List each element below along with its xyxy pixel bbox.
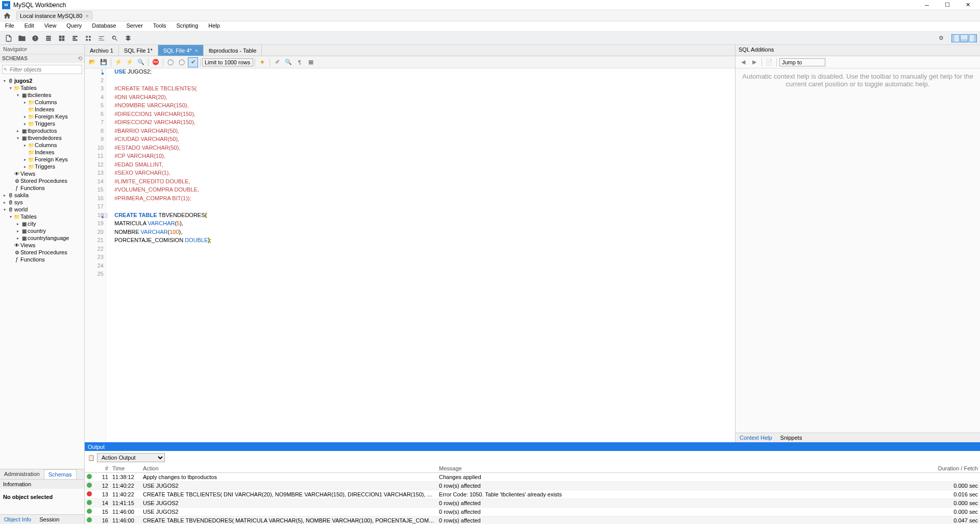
wrap-icon[interactable]: ¶ [295, 57, 305, 67]
jump-to-select[interactable]: Jump to [779, 58, 825, 66]
minimize-button[interactable]: ─ [917, 0, 937, 10]
close-icon[interactable]: × [85, 13, 88, 19]
tree-node[interactable]: 📁 Indexes [1, 106, 83, 113]
tree-node[interactable]: ▸ ▦ city [1, 220, 83, 227]
tree-arrow-icon[interactable]: ▸ [22, 100, 28, 105]
tree-node[interactable]: ▾ 📁 Tables [1, 213, 83, 220]
tree-node[interactable]: ▸ 📁 Foreign Keys [1, 156, 83, 163]
rollback-icon[interactable]: ◯ [177, 57, 187, 67]
tree-node[interactable]: ƒ Functions [1, 184, 83, 192]
tool-icon-7[interactable] [122, 33, 134, 44]
tool-icon-1[interactable] [43, 33, 54, 44]
editor-tab[interactable]: tbproductos - Table [204, 45, 262, 56]
menu-tools[interactable]: Tools [148, 21, 172, 31]
tree-node[interactable]: ▸ ▦ countrylanguage [1, 234, 83, 242]
tree-arrow-icon[interactable]: ▾ [8, 86, 13, 90]
favorites-icon[interactable]: ★ [257, 57, 267, 67]
tool-icon-4[interactable] [83, 33, 94, 44]
menu-file[interactable]: File [0, 21, 19, 31]
tab-administration[interactable]: Administration [0, 469, 44, 479]
tree-arrow-icon[interactable]: ▾ [2, 207, 7, 212]
menu-query[interactable]: Query [61, 21, 87, 31]
refresh-icon[interactable]: ⟲ [78, 55, 82, 62]
new-sql-tab-icon[interactable] [3, 33, 14, 44]
filter-objects[interactable] [2, 65, 82, 74]
open-file-icon[interactable]: 📂 [87, 57, 97, 67]
form-icon[interactable]: ▦ [306, 57, 316, 67]
tree-arrow-icon[interactable]: ▸ [15, 236, 20, 241]
open-sql-icon[interactable] [16, 33, 28, 44]
output-row[interactable]: 16 11:46:00 CREATE TABLE TBVENDEDORES( M… [85, 516, 980, 525]
execute-icon[interactable]: ⚡ [113, 57, 124, 67]
save-file-icon[interactable]: 💾 [99, 57, 109, 67]
tree-arrow-icon[interactable]: ▾ [15, 136, 20, 140]
tree-node[interactable]: ▸ 📁 Columns [1, 99, 83, 106]
tree-arrow-icon[interactable]: ▸ [22, 164, 28, 169]
home-icon[interactable] [0, 10, 14, 21]
search-icon[interactable]: 🔍 [283, 57, 293, 67]
tab-schemas[interactable]: Schemas [44, 469, 77, 479]
inspector-icon[interactable] [30, 33, 41, 44]
menu-help[interactable]: Help [203, 21, 225, 31]
tree-node[interactable]: ▸ 📁 Foreign Keys [1, 113, 83, 120]
prev-icon[interactable]: ◀ [738, 57, 748, 67]
tree-arrow-icon[interactable]: ▾ [2, 79, 7, 83]
menu-scripting[interactable]: Scripting [172, 21, 204, 31]
output-row[interactable]: 13 11:40:22 CREATE TABLE TBCLIENTES( DNI… [85, 490, 980, 499]
tool-icon-2[interactable] [56, 33, 67, 44]
tab-context-help[interactable]: Context Help [736, 433, 776, 442]
tool-icon-3[interactable] [69, 33, 81, 44]
tab-object-info[interactable]: Object Info [0, 515, 35, 524]
output-row[interactable]: 12 11:40:22 USE JUGOS2 0 row(s) affected… [85, 482, 980, 490]
tree-node[interactable]: ▸ 🛢 sys [1, 199, 83, 206]
tree-node[interactable]: ⚙ Stored Procedures [1, 177, 83, 184]
editor-tab[interactable]: SQL File 4*× [158, 45, 204, 56]
tool-icon-5[interactable] [96, 33, 107, 44]
menu-view[interactable]: View [39, 21, 62, 31]
instance-tab[interactable]: Local instance MySQL80 × [16, 11, 92, 20]
tree-node[interactable]: 📁 Indexes [1, 149, 83, 156]
close-icon[interactable]: × [195, 47, 198, 54]
tree-arrow-icon[interactable]: ▸ [15, 129, 20, 133]
tree-node[interactable]: ▸ ▦ tbproductos [1, 127, 83, 134]
tree-node[interactable]: ▸ 📁 Triggers [1, 120, 83, 127]
explain-icon[interactable]: 🔍 [136, 57, 146, 67]
auto-help-icon[interactable]: 📄 [764, 57, 774, 67]
code-editor[interactable]: ●1234567891011121314151617●-181920212223… [85, 68, 735, 442]
output-row[interactable]: 15 11:46:00 USE JUGOS2 0 row(s) affected… [85, 508, 980, 516]
gear-icon[interactable]: ⚙ [936, 33, 947, 44]
tree-arrow-icon[interactable]: ▾ [15, 93, 20, 98]
tree-node[interactable]: 👁 Views [1, 170, 83, 177]
tree-arrow-icon[interactable]: ▸ [22, 157, 28, 162]
tree-node[interactable]: ▾ 🛢 jugos2 [1, 77, 83, 84]
toggle-right-panel-icon[interactable] [969, 34, 977, 42]
output-row[interactable]: 11 11:38:12 Apply changes to tbproductos… [85, 473, 980, 482]
tree-node[interactable]: ▸ ▦ country [1, 227, 83, 234]
tree-arrow-icon[interactable]: ▸ [22, 143, 28, 148]
tree-node[interactable]: ▸ 📁 Triggers [1, 163, 83, 170]
editor-tab[interactable]: SQL File 1* [119, 45, 158, 56]
tree-arrow-icon[interactable]: ▸ [22, 122, 28, 126]
autocommit-icon[interactable]: ✔ [188, 57, 198, 67]
beautify-icon[interactable]: ✐ [272, 57, 282, 67]
commit-icon[interactable]: ◯ [165, 57, 176, 67]
filter-input[interactable] [9, 65, 82, 74]
tree-arrow-icon[interactable]: ▸ [2, 193, 7, 198]
tree-node[interactable]: ▸ 📁 Columns [1, 141, 83, 149]
stop-icon[interactable]: ⛔ [151, 57, 161, 67]
next-icon[interactable]: ▶ [749, 57, 760, 67]
tree-node[interactable]: ƒ Functions [1, 256, 83, 263]
limit-rows-select[interactable]: Limit to 1000 rows [202, 58, 253, 66]
maximize-button[interactable]: ☐ [937, 0, 958, 10]
tree-node[interactable]: 👁 Views [1, 242, 83, 249]
toggle-bottom-panel-icon[interactable] [960, 34, 968, 42]
output-type-select[interactable]: Action Output [97, 453, 165, 462]
tree-arrow-icon[interactable]: ▸ [15, 229, 20, 233]
menu-server[interactable]: Server [121, 21, 148, 31]
tree-arrow-icon[interactable]: ▸ [2, 200, 7, 205]
tree-node[interactable]: ▾ ▦ tbclientes [1, 91, 83, 99]
toggle-left-panel-icon[interactable] [951, 34, 960, 42]
tree-arrow-icon[interactable]: ▸ [15, 222, 20, 226]
tree-node[interactable]: ▾ ▦ tbvendedores [1, 134, 83, 141]
menu-edit[interactable]: Edit [19, 21, 39, 31]
